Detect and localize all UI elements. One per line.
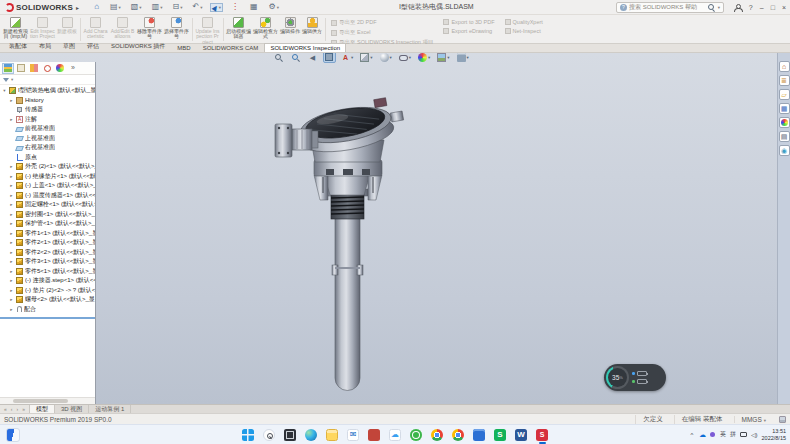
expand-arrow-icon[interactable]: ▸: [9, 231, 14, 236]
panel-tab-overflow[interactable]: »: [67, 63, 79, 74]
tree-item[interactable]: ▸ (-) 垫片 (2)<2> -> ? (默认<<默认: [0, 286, 95, 296]
restore[interactable]: □: [770, 4, 776, 11]
new-template[interactable]: 新建模板: [56, 16, 78, 43]
remove-balloons[interactable]: 移除零件序号: [136, 16, 163, 43]
tree-item[interactable]: ▸ (-) 上盖<1> (默认<<默认>_显示状: [0, 181, 95, 191]
tree-item[interactable]: ▾ I型铠装热电偶 (默认<默认_显示状态-1: [0, 86, 95, 96]
edit-inspection-methods[interactable]: 编辑检查方式: [252, 16, 279, 43]
model-probe[interactable]: [332, 218, 363, 391]
thermocouple-model[interactable]: [270, 93, 420, 403]
display-device[interactable]: [740, 432, 747, 437]
save[interactable]: ▥▾: [150, 2, 165, 12]
export-edrawing[interactable]: Export eDrawing: [443, 28, 494, 34]
edit-operations[interactable]: 编辑操作: [279, 16, 301, 43]
model-side-connector[interactable]: [275, 124, 318, 157]
tab-model[interactable]: 模型: [30, 405, 55, 413]
home[interactable]: ⌂: [92, 2, 102, 12]
panel-horizontal-scrollbar[interactable]: [0, 397, 95, 404]
displaymanager-tab[interactable]: [54, 63, 66, 74]
expand-arrow-icon[interactable]: ▸: [9, 164, 14, 169]
expand-arrow-icon[interactable]: ▸: [9, 98, 14, 103]
tab-solidworks-inspection[interactable]: SOLIDWORKS Inspection: [264, 43, 346, 52]
display-style[interactable]: ▾: [378, 53, 394, 64]
featuremanager-tab[interactable]: [2, 63, 14, 74]
tree-item[interactable]: ▸ 密封圈<1> (默认<<默认>_显示状: [0, 210, 95, 220]
update-inspection-project[interactable]: Update Inspection Project: [194, 16, 221, 43]
tab-evaluate[interactable]: 评估: [81, 40, 105, 52]
apply-scene[interactable]: ▾: [435, 53, 451, 64]
dynamic-annotation[interactable]: A▾: [339, 53, 355, 64]
qualityxpert[interactable]: QualityXpert: [505, 19, 543, 25]
tree-item[interactable]: ▸ 保护管<1> (默认<<默认>_显示状: [0, 219, 95, 229]
help-search-box[interactable]: ? 搜索 SOLIDWORKS 帮助 ▾: [616, 2, 724, 13]
tree-item[interactable]: ▸ 注解: [0, 115, 95, 125]
chrome[interactable]: [430, 427, 445, 443]
custom-properties[interactable]: ▤: [779, 131, 790, 142]
tree-item[interactable]: ▸ 零件1<1> (默认<<默认>_显示状态: [0, 229, 95, 239]
close[interactable]: ×: [781, 4, 787, 11]
expand-arrow-icon[interactable]: ▸: [9, 202, 14, 207]
ime-language[interactable]: 英: [720, 430, 726, 439]
first-tab[interactable]: «: [3, 406, 8, 412]
widgets-button[interactable]: [6, 428, 20, 442]
tree-item[interactable]: ▸ 螺母<2> (默认<<默认>_显示状态: [0, 295, 95, 305]
view-palette[interactable]: ▦: [779, 103, 790, 114]
edit-suppliers[interactable]: 编辑供方: [301, 16, 323, 43]
solidworks-resources[interactable]: ⌂: [779, 61, 790, 72]
launch-template-editor[interactable]: 启动模板编辑器: [225, 16, 252, 43]
help[interactable]: ?: [748, 4, 754, 11]
forum[interactable]: ◉: [779, 145, 790, 156]
hidden-icons[interactable]: ^: [689, 432, 695, 438]
expand-arrow-icon[interactable]: ▸: [9, 250, 14, 255]
appearances-scenes[interactable]: [779, 117, 790, 128]
minimize[interactable]: –: [759, 4, 765, 11]
status-units[interactable]: MMGS▾: [734, 416, 776, 423]
file-explorer-pane[interactable]: ▱: [779, 89, 790, 100]
tree-item[interactable]: ▸ 零件3<1> (默认<<默认>_显示状态: [0, 257, 95, 267]
dimxpertmanager-tab[interactable]: [41, 63, 53, 74]
scrollbar-thumb[interactable]: [13, 399, 68, 403]
expand-arrow-icon[interactable]: ▸: [9, 183, 14, 188]
tree-item[interactable]: 原点: [0, 153, 95, 163]
volume[interactable]: ◁): [751, 431, 758, 438]
wps[interactable]: S: [493, 427, 508, 443]
word[interactable]: W: [514, 427, 529, 443]
export-2d-pdf[interactable]: 导出至 2D PDF: [331, 19, 433, 26]
propertymanager-tab[interactable]: [15, 63, 27, 74]
tab-3d-views[interactable]: 3D 视图: [55, 405, 89, 413]
solidworks[interactable]: S: [535, 427, 550, 443]
undo[interactable]: ↶▾: [190, 2, 204, 12]
battery-status-widget[interactable]: 35%: [604, 364, 666, 391]
configurationmanager-tab[interactable]: [28, 63, 40, 74]
tab-mbd[interactable]: MBD: [171, 43, 196, 52]
expand-arrow-icon[interactable]: ▸: [9, 297, 14, 302]
tree-item[interactable]: ▸ (-) 连接器.step<1> (默认<<默认>: [0, 276, 95, 286]
mail[interactable]: ✉: [346, 427, 361, 443]
file-explorer[interactable]: [325, 427, 340, 443]
monitor-app[interactable]: [472, 427, 487, 443]
rebuild[interactable]: ⋮: [229, 2, 242, 12]
zoom-area[interactable]: [289, 53, 303, 64]
net-inspect[interactable]: Net-Inspect: [505, 28, 543, 34]
search-dropdown-caret-icon[interactable]: ▾: [718, 5, 720, 10]
app-red[interactable]: [367, 427, 382, 443]
app-green[interactable]: [409, 427, 424, 443]
tree-item[interactable]: ▸ 零件2<1> (默认<<默认>_显示状态: [0, 238, 95, 248]
view-settings[interactable]: ▾: [455, 53, 471, 64]
tree-filter[interactable]: ▾: [0, 75, 95, 85]
tree-item[interactable]: ▸ 固定螺栓<1> (默认<<默认>_显示: [0, 200, 95, 210]
expand-arrow-icon[interactable]: ▸: [9, 212, 14, 217]
status-constraint[interactable]: 欠定义: [635, 415, 674, 424]
menu-expand-arrow-icon[interactable]: ▸: [76, 4, 79, 11]
tree-item[interactable]: ▸ History: [0, 96, 95, 106]
next-tab[interactable]: ›: [15, 406, 19, 412]
expand-arrow-icon[interactable]: ▸: [9, 259, 14, 264]
export-3d-pdf[interactable]: Export to 3D PDF: [443, 19, 494, 25]
tab-layout[interactable]: 布局: [33, 40, 57, 52]
tree-item[interactable]: ▸ 零件5<1> (默认<<默认>_显示状态: [0, 267, 95, 277]
print[interactable]: ⊟▾: [170, 2, 184, 12]
open[interactable]: ▧▾: [129, 2, 144, 12]
taskbar-clock[interactable]: 13:51 2022/8/15: [762, 428, 786, 441]
search[interactable]: [262, 427, 277, 443]
user-account[interactable]: [733, 3, 743, 13]
